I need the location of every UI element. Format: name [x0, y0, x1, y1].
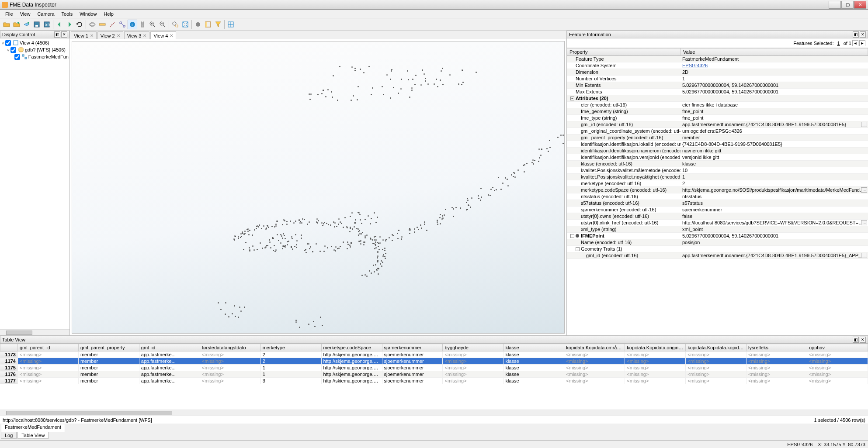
property-row[interactable]: Min Extents5.0296770000000004, 59.140267… [567, 82, 868, 89]
maximize-button[interactable]: ▢ [841, 1, 854, 9]
property-row[interactable]: identifikasjon.Identifikasjon.navnerom (… [567, 148, 868, 154]
tab-fastmerke[interactable]: FastmerkeMedFundament [1, 424, 65, 432]
zoom-select-icon[interactable] [170, 20, 180, 29]
pan-icon[interactable] [138, 20, 147, 29]
row-number[interactable]: 1173 [0, 352, 18, 358]
add-layer-icon[interactable] [22, 20, 31, 29]
table-row[interactable]: 1177<missing>memberapp.fastmerke...<miss… [0, 378, 868, 384]
table-scroll[interactable]: gml_parent_idgml_parent_propertygml_idfø… [0, 344, 868, 410]
property-row[interactable]: s57status (encoded: utf-16)s57status [567, 200, 868, 207]
panel-close-button[interactable]: ✕ [860, 337, 866, 343]
next-feature-button[interactable]: ► [859, 40, 865, 46]
row-number[interactable]: 1174 [0, 358, 18, 365]
menu-tools[interactable]: Tools [58, 10, 76, 17]
panel-close-button[interactable]: ✕ [61, 31, 67, 38]
layer-checkbox[interactable] [5, 40, 11, 46]
close-button[interactable]: ✕ [854, 1, 866, 9]
property-row[interactable]: Name (encoded: utf-16)posisjon [567, 239, 868, 246]
layer-tree[interactable]: ▿ View 4 (4506) ▿ gdb? [WFS] (4506) Fast… [0, 38, 69, 329]
column-header[interactable]: sjømerkenummer [382, 344, 443, 352]
row-number[interactable]: 1177 [0, 378, 18, 384]
zoom-in-icon[interactable] [148, 20, 157, 29]
property-row[interactable]: merketype.codeSpace (encoded: utf-16)htt… [567, 187, 868, 193]
column-header[interactable]: gml_id [139, 344, 200, 352]
tab-tableview[interactable]: Table View [17, 432, 49, 439]
row-number-header[interactable] [0, 344, 18, 352]
close-icon[interactable]: ✕ [170, 33, 173, 38]
property-row[interactable]: −Attributes (20) [567, 95, 868, 102]
dot-icon[interactable] [193, 20, 203, 29]
add-folder-icon[interactable] [12, 20, 21, 29]
map-canvas[interactable] [72, 41, 565, 334]
menu-help[interactable]: Help [100, 10, 117, 17]
property-row[interactable]: fme_geometry (string)fme_point [567, 108, 868, 115]
view-tab[interactable]: View 4✕ [150, 31, 176, 39]
info-icon[interactable]: i [128, 20, 137, 29]
row-number[interactable]: 1176 [0, 371, 18, 378]
tree-item[interactable]: FastmerkeMedFun [1, 53, 69, 60]
ellipsis-button[interactable]: … [861, 187, 867, 193]
property-grid[interactable]: Property Value Feature TypeFastmerkeMedF… [567, 48, 868, 335]
expand-icon[interactable]: − [570, 234, 574, 238]
prev-feature-button[interactable]: ◄ [852, 40, 858, 46]
ellipsis-button[interactable]: … [861, 220, 867, 225]
property-row[interactable]: gml_parent_property (encoded: utf-16)mem… [567, 134, 868, 141]
property-row[interactable]: gml_id (encoded: utf-16)app.fastmerkemed… [567, 252, 868, 259]
ellipsis-button[interactable]: … [861, 122, 867, 127]
measure-icon[interactable] [108, 20, 117, 29]
column-header[interactable]: opphav [807, 344, 868, 352]
property-row[interactable]: identifikasjon.Identifikasjon.versjonId … [567, 154, 868, 161]
tree-expand-icon[interactable]: ▿ [1, 40, 5, 46]
tree-scrollbar[interactable] [0, 329, 69, 335]
tree-item[interactable]: ▿ View 4 (4506) [1, 39, 69, 46]
layer-checkbox[interactable] [14, 54, 20, 60]
column-header[interactable]: merketype [260, 344, 321, 352]
panel-float-button[interactable]: ◧ [853, 31, 859, 38]
property-row[interactable]: Max Extents5.0296770000000004, 59.140267… [567, 89, 868, 95]
refresh-icon[interactable] [75, 20, 84, 29]
menu-camera[interactable]: Camera [34, 10, 58, 17]
property-row[interactable]: Dimension2D [567, 69, 868, 76]
ellipsis-button[interactable]: … [861, 253, 867, 258]
layer-checkbox[interactable] [10, 47, 16, 53]
tree-expand-icon[interactable]: ▿ [6, 47, 10, 53]
property-row[interactable]: utstyr{0}.owns (encoded: utf-16)false [567, 213, 868, 220]
grid-icon[interactable] [226, 20, 236, 29]
minimize-button[interactable]: — [829, 1, 841, 9]
orbit-icon[interactable] [87, 20, 97, 29]
property-row[interactable]: utstyr{0}.xlink_href (encoded: utf-16)ht… [567, 220, 868, 226]
view-tab[interactable]: View 3✕ [124, 31, 150, 39]
row-number[interactable]: 1175 [0, 365, 18, 371]
property-row[interactable]: −IFMEPoint5.0296770000000004, 59.1402670… [567, 233, 868, 239]
close-icon[interactable]: ✕ [117, 33, 120, 38]
property-row[interactable]: −Geometry Traits (1) [567, 246, 868, 252]
property-row[interactable]: sjømerkenummer (encoded: utf-16)sjoemerk… [567, 207, 868, 213]
property-row[interactable]: eier (encoded: utf-16)eier finnes ikke i… [567, 102, 868, 108]
column-header[interactable]: kopidata.Kopidata.områdeId [564, 344, 625, 352]
back-icon[interactable] [55, 20, 64, 29]
column-header[interactable]: klasse [503, 344, 564, 352]
property-row[interactable]: nfsstatus (encoded: utf-16)nfsstatus [567, 193, 868, 200]
property-row[interactable]: kvalitet.Posisjonskvalitet.nøyaktighet (… [567, 174, 868, 180]
property-row[interactable]: xml_type (string)xml_point [567, 226, 868, 233]
panel-float-button[interactable]: ◧ [853, 337, 859, 343]
table-row[interactable]: 1175<missing>memberapp.fastmerke...<miss… [0, 365, 868, 371]
property-row[interactable]: fme_type (string)fme_point [567, 115, 868, 121]
column-header[interactable]: gml_parent_id [18, 344, 79, 352]
table-row[interactable]: 1174<missing>memberapp.fastmerke...<miss… [0, 358, 868, 365]
column-header[interactable]: kopidata.Kopidata.kopidato [686, 344, 746, 352]
property-row[interactable]: klasse (encoded: utf-16)klasse [567, 161, 868, 167]
save-xml-icon[interactable]: xml [42, 20, 52, 29]
close-icon[interactable]: ✕ [90, 33, 94, 38]
ruler-icon[interactable] [97, 20, 107, 29]
view-tab[interactable]: View 2✕ [97, 31, 123, 39]
data-table[interactable]: gml_parent_idgml_parent_propertygml_idfø… [0, 344, 868, 384]
table-scrollbar[interactable] [0, 410, 868, 416]
expand-icon[interactable]: − [576, 247, 580, 251]
property-row[interactable]: Coordinate SystemEPSG:4326 [567, 62, 868, 69]
column-header[interactable]: kopidata.Kopidata.originaldatavert [625, 344, 686, 352]
property-row[interactable]: gml_id (encoded: utf-16)app.fastmerkemed… [567, 121, 868, 128]
tree-expand-icon[interactable] [10, 54, 14, 59]
property-row[interactable]: Feature TypeFastmerkeMedFundament [567, 56, 868, 62]
save-icon[interactable] [32, 20, 42, 29]
